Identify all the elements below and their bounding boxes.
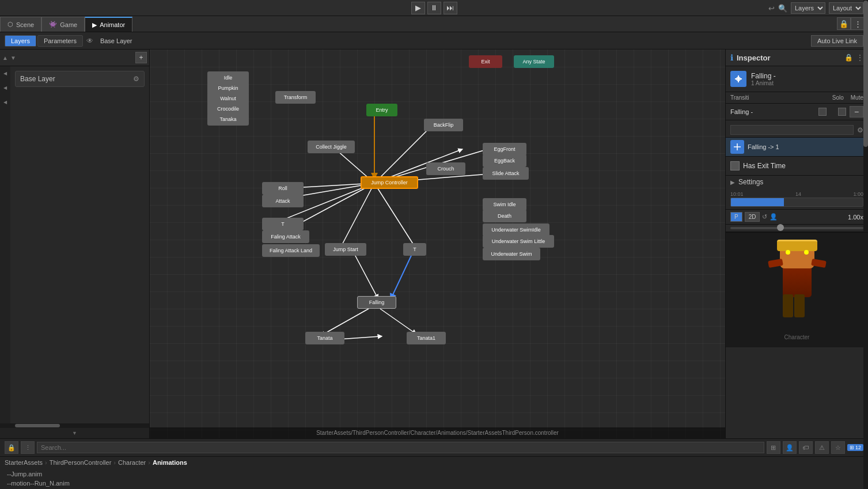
state-backflip[interactable]: BackFlip [424,119,463,131]
inspector-menu-icon[interactable]: ⋮ [856,54,863,62]
state-exit[interactable]: Exit [469,55,502,68]
state-t2[interactable]: T [403,243,426,256]
side-arrow-3[interactable]: ◀ [3,100,7,105]
history-icon: ↩ [768,4,775,13]
scroll-down-arrow-bottom[interactable]: ▼ [72,430,77,436]
2d-button[interactable]: 2D [745,212,760,222]
bc-third-person[interactable]: ThirdPersonController [50,459,112,466]
animator-icon: ▶ [92,21,97,29]
badge-icon: ⊞ [850,445,854,450]
bottom-lock-button[interactable]: 🔒 [5,441,18,454]
pause-button[interactable]: ⏸ [427,2,441,14]
canvas-footer: StarterAssets/ThirdPersonController/Char… [150,427,725,438]
side-arrow-2[interactable]: ◀ [3,85,7,90]
item-count-badge: ⊞ 12 [847,444,863,451]
state-any-state[interactable]: Any State [514,55,554,68]
bc-starter-assets[interactable]: StarterAssets [5,459,43,466]
solo-checkbox[interactable] [818,108,827,116]
speed-slider[interactable] [730,227,863,229]
state-underwater-swim-little[interactable]: Underwater Swim Little [483,235,554,248]
state-faling-attack[interactable]: Faling Attack [262,230,309,243]
search-type-button[interactable]: ⊞ [767,441,780,454]
transition-col-label: Transiti [730,94,765,101]
svg-line-8 [374,183,415,247]
inspector-title: Inspector [737,54,771,62]
state-underwater-swim[interactable]: Underwater Swim [483,248,540,260]
settings-row[interactable]: ▶ Settings [726,176,868,188]
tab-scene[interactable]: ⬡ Scene [0,17,41,32]
layers-dropdown[interactable]: Layers [791,2,825,14]
tab-menu-button[interactable]: ⋮ [851,17,865,30]
scroll-down-arrow[interactable]: ▼ [10,55,16,61]
side-arrow-1[interactable]: ◀ [3,71,7,76]
mute-col-label: Mute [851,94,863,101]
state-t1[interactable]: T [262,218,304,230]
state-crouch[interactable]: Crouch [426,162,465,175]
file-item-jump[interactable]: --Jump.anim [5,469,863,479]
state-collect-jiggle[interactable]: Collect Jiggle [308,141,355,153]
falling-transition-label: Falling - [730,108,815,115]
timeline-start: 10:01 [730,191,744,197]
state-death[interactable]: Death [483,210,526,222]
file-item-run[interactable]: --motion--Run_N.anim [5,479,863,488]
search-icon[interactable]: 🔍 [778,4,787,13]
filter-button[interactable]: 👤 [783,441,797,454]
mute-checkbox[interactable] [838,108,846,116]
state-roll[interactable]: Roll [262,182,304,195]
sub-tab-layers[interactable]: Layers [5,35,36,47]
avatar-icon[interactable]: 👤 [770,213,778,221]
svg-line-15 [380,309,415,333]
layer-item-base[interactable]: Base Layer ⚙ [15,71,145,87]
badge-count: 12 [855,445,861,450]
step-button[interactable]: ⏭ [444,2,457,14]
state-egg-front[interactable]: EggFront [483,143,526,156]
layer-gear-icon[interactable]: ⚙ [133,75,139,83]
tab-game[interactable]: 👾 Game [41,17,85,32]
state-swim-idle[interactable]: Swim Idle [483,198,526,211]
sub-tab-parameters[interactable]: Parameters [37,35,83,47]
transition-gear-icon[interactable]: ⚙ [857,126,863,134]
svg-line-3 [374,126,432,183]
state-transform[interactable]: Transform [275,91,316,104]
bottom-menu-button[interactable]: ⋮ [21,441,35,454]
layout-dropdown[interactable]: Layout [829,2,863,14]
tab-animator[interactable]: ▶ Animator [85,17,132,32]
state-tanata[interactable]: Tanata [305,332,344,344]
star-button[interactable]: ☆ [831,441,845,454]
auto-live-link-button[interactable]: Auto Live Link [811,35,863,47]
state-tanaka[interactable]: Tanaka [207,113,249,126]
remove-transition-button[interactable]: − [850,106,863,117]
play-button[interactable]: ▶ [411,2,425,14]
layer-name: Base Layer [20,75,55,83]
scroll-up-arrow[interactable]: ▲ [2,55,8,61]
state-slide-attack[interactable]: Slide Attack [483,167,529,180]
file-list: --Jump.anim --motion--Run_N.anim [0,468,868,489]
anim-subtitle: 1 Animat [751,80,776,86]
rotate-icon[interactable]: ↺ [762,213,767,221]
state-faling-attack-land[interactable]: Faling Attack Land [262,244,320,257]
state-jump-controller[interactable]: Jump Controller [361,176,418,189]
bc-animations[interactable]: Animations [153,459,187,466]
add-layer-button[interactable]: + [135,52,147,63]
eye-icon[interactable]: 👁 [86,37,93,45]
transition-name-input[interactable] [730,125,854,135]
state-underwater-swim-idle[interactable]: Underwater SwimIdle [483,223,549,236]
p-button[interactable]: P [730,212,742,222]
timeline-bar[interactable] [730,198,863,207]
state-falling[interactable]: Falling [357,296,396,309]
state-tanata1[interactable]: Tanata1 [407,332,446,344]
state-entry[interactable]: Entry [366,104,397,116]
state-attack[interactable]: Attack [262,195,304,207]
search-input[interactable] [37,442,764,453]
has-exit-time-checkbox[interactable] [730,161,740,170]
character-label: Character [763,334,832,340]
base-layer-breadcrumb: Base Layer [94,36,138,46]
state-egg-back[interactable]: EggBack [483,154,526,167]
tab-lock-button[interactable]: 🔒 [837,17,851,30]
bc-character[interactable]: Character [118,459,146,466]
animator-canvas[interactable]: Idle Pumpkin Walnut Crocodile Tanaka Tra… [150,50,725,438]
state-jump-start[interactable]: Jump Start [325,243,366,256]
inspector-lock-icon[interactable]: 🔒 [844,54,853,62]
warning-button[interactable]: ⚠ [815,441,829,454]
label-button[interactable]: 🏷 [799,441,813,454]
